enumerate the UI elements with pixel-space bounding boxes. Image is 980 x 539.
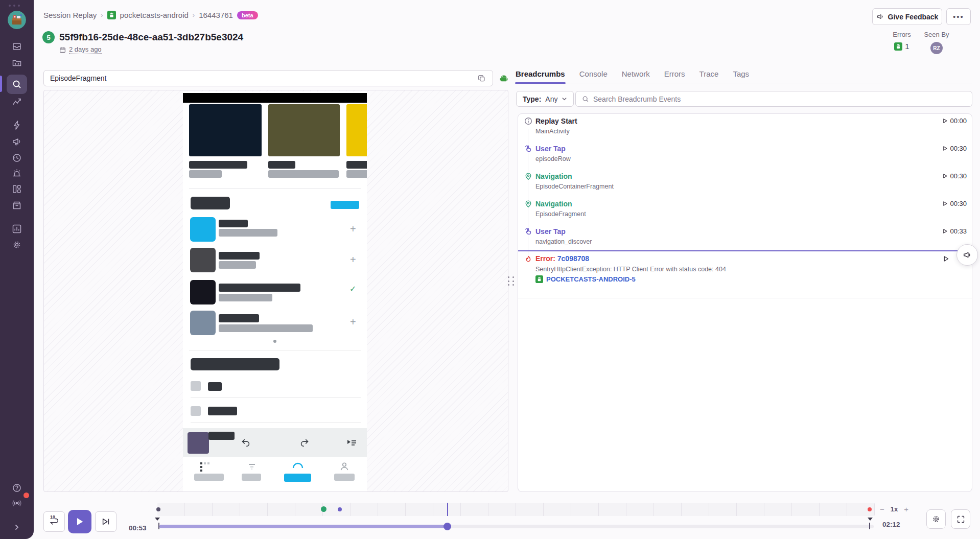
speed-increase-button[interactable]: + bbox=[904, 505, 908, 513]
duration-label: 02:12 bbox=[882, 521, 900, 528]
minimap-playhead-line bbox=[447, 503, 448, 516]
error-project-link[interactable]: POCKETCASTS-ANDROID-5 bbox=[535, 275, 636, 283]
play-icon bbox=[75, 517, 84, 526]
replay-start-dot bbox=[156, 507, 160, 511]
replay-video-panel[interactable]: + + ✓ + bbox=[43, 90, 508, 492]
redo-icon bbox=[299, 437, 310, 448]
fullscreen-button[interactable] bbox=[951, 509, 970, 529]
gear-icon bbox=[7, 236, 27, 253]
detail-tabs: Breadcrumbs Console Network Errors Trace… bbox=[515, 66, 972, 83]
feedback-fab-button[interactable] bbox=[956, 244, 978, 266]
play-icon bbox=[942, 146, 948, 151]
plus-icon: + bbox=[350, 254, 356, 266]
sidebar-item-discover-chart[interactable] bbox=[0, 93, 34, 110]
play-icon bbox=[942, 118, 948, 124]
tab-trace[interactable]: Trace bbox=[699, 66, 719, 83]
seek-track[interactable] bbox=[159, 525, 874, 528]
beta-badge: beta bbox=[237, 11, 258, 19]
sidebar-item-releases[interactable] bbox=[0, 197, 34, 214]
current-view-input[interactable] bbox=[50, 74, 474, 82]
up-next-icon bbox=[346, 438, 357, 447]
layout-grid-icon bbox=[7, 180, 27, 198]
tap-icon bbox=[524, 145, 532, 153]
window-controls bbox=[9, 5, 20, 7]
search-input[interactable] bbox=[593, 95, 966, 103]
play-from-error-button[interactable] bbox=[943, 255, 949, 262]
sidebar-item-whats-new[interactable] bbox=[0, 495, 34, 512]
window-end-marker[interactable] bbox=[868, 518, 873, 521]
code-folder-icon bbox=[7, 54, 27, 72]
event-timestamp[interactable]: 00:30 bbox=[942, 172, 967, 180]
event-timestamp[interactable]: 00:33 bbox=[942, 227, 967, 235]
skip-to-next-button[interactable] bbox=[95, 511, 116, 532]
errors-label: Errors bbox=[890, 31, 914, 38]
sidebar-item-issues[interactable] bbox=[0, 38, 34, 55]
siren-icon bbox=[7, 165, 27, 182]
filter-icon bbox=[248, 462, 256, 471]
sidebar-item-projects[interactable] bbox=[0, 54, 34, 72]
phone-card bbox=[346, 104, 367, 156]
clock-history-icon bbox=[7, 149, 27, 167]
breadcrumb-project[interactable]: pocketcasts-android bbox=[120, 11, 189, 19]
tab-console[interactable]: Console bbox=[579, 66, 608, 83]
play-icon bbox=[943, 255, 949, 262]
panel-resize-handle[interactable] bbox=[508, 276, 515, 287]
seen-by-label: Seen By bbox=[922, 31, 951, 38]
event-timestamp[interactable]: 00:30 bbox=[942, 200, 967, 207]
player-settings-button[interactable] bbox=[926, 509, 946, 529]
more-options-button[interactable]: ••• bbox=[946, 8, 971, 25]
sidebar-collapse-toggle[interactable] bbox=[0, 519, 34, 536]
page-title: 55f9fb16-25de-48ce-aa51-3db27b5e3024 bbox=[59, 32, 243, 43]
org-avatar[interactable] bbox=[8, 11, 26, 29]
sidebar-item-settings[interactable] bbox=[0, 236, 34, 253]
sidebar-item-stats[interactable] bbox=[0, 220, 34, 238]
breadcrumb-session-replay[interactable]: Session Replay bbox=[43, 11, 97, 19]
sidebar-item-feedback[interactable] bbox=[0, 133, 34, 150]
error-event-row[interactable]: Error: 7c098708 SentryHttpClientExceptio… bbox=[518, 252, 972, 298]
plus-icon: + bbox=[350, 223, 356, 235]
breadcrumb-search bbox=[575, 91, 972, 107]
gear-icon bbox=[931, 514, 941, 524]
search-icon bbox=[582, 96, 589, 103]
current-view-bar bbox=[43, 70, 493, 86]
play-button[interactable] bbox=[68, 510, 91, 533]
megaphone-icon bbox=[963, 250, 972, 260]
timeline-minimap[interactable] bbox=[157, 503, 875, 516]
tab-errors[interactable]: Errors bbox=[664, 66, 686, 83]
playhead-handle[interactable] bbox=[444, 523, 451, 530]
speed-value[interactable]: 1x bbox=[891, 505, 898, 513]
play-icon bbox=[942, 173, 948, 179]
active-tab-pill bbox=[284, 474, 311, 482]
sidebar-item-alerts[interactable] bbox=[0, 165, 34, 182]
sidebar-item-explore[interactable] bbox=[0, 75, 34, 94]
skip-next-icon bbox=[101, 517, 110, 526]
tab-tags[interactable]: Tags bbox=[732, 66, 750, 83]
tap-event-dot bbox=[338, 507, 342, 511]
replay-timestamp[interactable]: 2 days ago bbox=[59, 45, 102, 54]
type-filter-dropdown[interactable]: Type:Any bbox=[516, 91, 574, 107]
copy-icon[interactable] bbox=[474, 72, 488, 84]
speed-decrease-button[interactable]: − bbox=[880, 505, 884, 513]
sidebar-item-insights[interactable] bbox=[0, 116, 34, 134]
sidebar-item-replays[interactable] bbox=[0, 149, 34, 167]
tab-network[interactable]: Network bbox=[621, 66, 650, 83]
errors-count[interactable]: 1 bbox=[905, 42, 909, 51]
window-start-marker[interactable] bbox=[155, 518, 160, 521]
phone-status-bar bbox=[183, 93, 367, 103]
event-timestamp[interactable]: 00:30 bbox=[942, 145, 967, 152]
issues-icon bbox=[7, 38, 27, 55]
discover-arc-icon bbox=[292, 461, 304, 468]
breadcrumb-replay-id[interactable]: 16443761 bbox=[199, 11, 233, 19]
sidebar-item-dashboards[interactable] bbox=[0, 180, 34, 198]
android-project-icon bbox=[535, 275, 543, 283]
segment-count-badge: 5 bbox=[42, 31, 55, 43]
rewind-10-button[interactable]: 10 bbox=[43, 511, 65, 532]
error-id-link[interactable]: 7c098708 bbox=[557, 254, 589, 263]
tab-breadcrumbs[interactable]: Breadcrumbs bbox=[515, 66, 566, 83]
give-feedback-button[interactable]: Give Feedback bbox=[872, 8, 942, 25]
event-timestamp[interactable]: 00:00 bbox=[942, 117, 967, 125]
android-project-icon bbox=[107, 11, 116, 19]
seen-by-avatar[interactable]: RZ bbox=[930, 42, 943, 54]
replay-phone-screen: + + ✓ + bbox=[183, 91, 367, 491]
track-end-tick bbox=[869, 523, 870, 529]
